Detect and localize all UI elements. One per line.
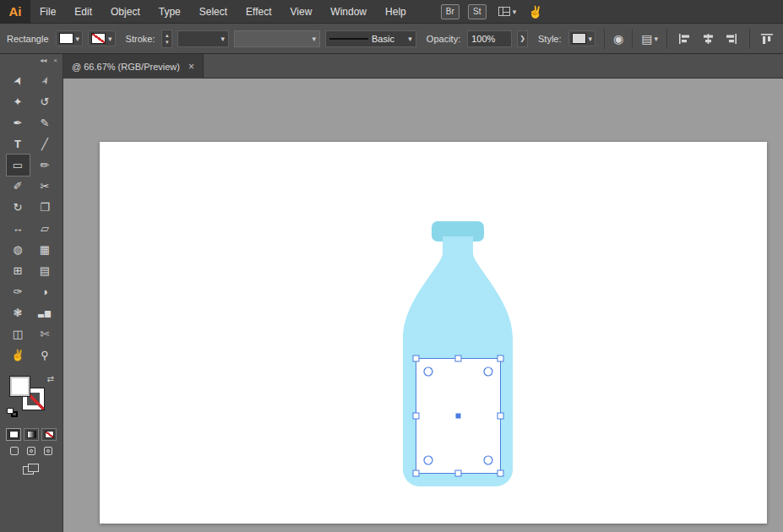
eyedropper-tool[interactable]: ✑ (7, 281, 30, 302)
handle-bottom-center[interactable] (455, 470, 461, 476)
close-icon[interactable]: × (188, 61, 194, 73)
menu-type[interactable]: Type (150, 0, 190, 24)
handle-top-center[interactable] (455, 356, 461, 361)
shape-builder-tool[interactable]: ◍ (7, 239, 30, 260)
transform-panel-button[interactable] (759, 30, 777, 48)
slice-tool[interactable]: ✄ (34, 323, 57, 345)
stroke-style-combo[interactable]: Basic ▾ (325, 30, 416, 47)
workspace-icon (498, 7, 510, 16)
recolor-artwork-icon[interactable]: ◉ (613, 32, 623, 46)
stroke-color-dropdown[interactable]: ▾ (88, 30, 116, 46)
zoom-tool[interactable]: ⚲ (34, 345, 57, 366)
artwork-layer (63, 79, 783, 532)
document-setup-dropdown[interactable]: ▤ ▾ (641, 32, 658, 46)
blend-tool[interactable]: ◑ (34, 281, 57, 302)
fill-color-indicator[interactable] (9, 376, 30, 397)
line-segment-tool[interactable]: ╱ (34, 133, 57, 155)
curvature-tool[interactable]: ✎ (34, 112, 57, 133)
none-button[interactable] (41, 428, 57, 441)
opacity-input[interactable] (471, 34, 505, 44)
corner-widget-top-right[interactable] (484, 367, 492, 376)
color-button[interactable] (6, 428, 21, 441)
stroke-weight-combo[interactable]: ▾ (177, 30, 229, 47)
default-fill-stroke-button[interactable] (7, 408, 19, 418)
document-tab-title: @ 66.67% (RGB/Preview) (72, 62, 180, 72)
center-point[interactable] (456, 414, 461, 419)
stroke-style-value: Basic (372, 34, 394, 44)
direct-selection-tool[interactable]: ➢ (34, 70, 57, 91)
swap-fill-stroke-button[interactable]: ⇄ (47, 374, 54, 383)
stroke-weight-stepper[interactable]: ▴ ▾ (161, 30, 172, 48)
style-dropdown[interactable]: ▾ (568, 30, 596, 46)
opacity-panel-launcher[interactable]: ❯ (517, 30, 528, 47)
chevron-down-icon: ▾ (589, 35, 593, 43)
canvas-area[interactable] (63, 79, 783, 532)
menu-file[interactable]: File (30, 0, 65, 24)
menu-effect[interactable]: Effect (237, 0, 280, 24)
handle-bottom-right[interactable] (498, 470, 503, 476)
gradient-tool[interactable]: ▤ (34, 260, 57, 281)
collapse-panel-icon[interactable]: ◂◂ (40, 57, 46, 64)
pen-tool[interactable]: ✒ (7, 112, 30, 133)
scale-tool[interactable]: ❐ (34, 197, 57, 218)
gradient-button[interactable] (24, 428, 39, 441)
draw-behind-button[interactable] (24, 444, 39, 457)
context-label: Rectangle (7, 34, 49, 44)
corner-widget-bottom-right[interactable] (484, 456, 492, 464)
artboard-icon: ◫ (13, 328, 23, 340)
corner-widget-bottom-left[interactable] (424, 456, 432, 464)
stroke-swatch-none (91, 33, 106, 44)
menu-select[interactable]: Select (190, 0, 237, 24)
menu-help[interactable]: Help (376, 0, 416, 24)
rotate-tool[interactable]: ↻ (7, 197, 30, 218)
eyedropper-icon: ✑ (14, 285, 23, 298)
selection-tool[interactable]: ➤ (7, 70, 30, 91)
column-graph-tool[interactable]: ▃▆ (34, 302, 57, 323)
stroke-weight-input[interactable] (182, 34, 215, 44)
selection-bounding-box[interactable] (413, 356, 503, 476)
hand-tool[interactable]: ✌ (7, 345, 30, 366)
draw-inside-button[interactable] (41, 444, 56, 457)
paintbrush-icon: ✏ (41, 159, 50, 171)
handle-middle-right[interactable] (498, 413, 503, 419)
draw-normal-button[interactable] (8, 444, 22, 457)
handle-top-left[interactable] (413, 356, 419, 361)
scissors-tool[interactable]: ✂ (34, 176, 57, 197)
menu-object[interactable]: Object (101, 0, 150, 24)
handle-bottom-left[interactable] (413, 470, 419, 476)
change-screen-mode-button[interactable] (23, 464, 40, 475)
stepper-down-icon: ▾ (166, 39, 169, 46)
free-transform-tool[interactable]: ▱ (34, 218, 57, 239)
workspace-switcher[interactable]: ▾ (498, 7, 517, 16)
width-tool[interactable]: ↔ (7, 218, 30, 239)
align-center-button[interactable] (699, 30, 718, 48)
bridge-button[interactable]: Br (441, 4, 459, 19)
paintbrush-tool[interactable]: ✏ (34, 155, 57, 176)
menu-edit[interactable]: Edit (65, 0, 101, 24)
stepper-up-icon: ▴ (166, 32, 169, 39)
stock-button[interactable]: St (468, 4, 487, 19)
menu-view[interactable]: View (281, 0, 322, 24)
align-left-button[interactable] (676, 30, 694, 48)
separator (632, 29, 633, 49)
align-right-button[interactable] (722, 30, 741, 48)
document-tab[interactable]: @ 66.67% (RGB/Preview) × (63, 54, 204, 79)
touch-workspace-icon[interactable]: ✌ (528, 5, 542, 19)
magic-wand-tool[interactable]: ✦ (7, 91, 30, 112)
lasso-tool[interactable]: ↺ (34, 91, 57, 112)
rectangle-tool[interactable]: ▭ (7, 155, 30, 176)
handle-middle-left[interactable] (413, 413, 419, 419)
corner-widget-top-left[interactable] (424, 367, 432, 376)
symbol-sprayer-tool[interactable]: ❃ (7, 302, 30, 323)
menu-window[interactable]: Window (321, 0, 376, 24)
type-tool[interactable]: T (7, 133, 30, 155)
shaper-tool[interactable]: ✐ (7, 176, 30, 197)
mesh-tool[interactable]: ⊞ (7, 260, 30, 281)
handle-top-right[interactable] (498, 356, 503, 361)
artboard-tool[interactable]: ◫ (7, 323, 30, 345)
close-panel-icon[interactable]: × (53, 57, 57, 64)
perspective-grid-tool[interactable]: ▦ (34, 239, 57, 260)
fill-color-dropdown[interactable]: ▾ (56, 30, 84, 46)
opacity-field[interactable] (467, 30, 512, 47)
chevron-right-icon: ❯ (519, 35, 525, 42)
